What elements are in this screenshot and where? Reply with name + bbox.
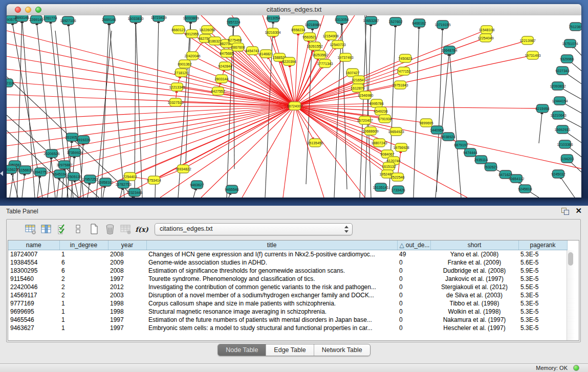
graph-edge[interactable]	[283, 106, 295, 198]
table-row[interactable]: 946362711997Embryonic stem cells: a mode…	[8, 324, 567, 332]
cell: 1	[59, 250, 108, 259]
cell: 0	[397, 324, 430, 332]
graph-edge[interactable]	[10, 170, 14, 198]
graph-node-label: 9227343	[555, 69, 569, 73]
cell: 2008	[108, 250, 146, 259]
table-row[interactable]: 1456911722003Disruption of a novel membe…	[8, 291, 567, 299]
graph-node-label: 1645194	[53, 172, 67, 176]
graph-node-label: 12540733	[330, 43, 345, 47]
tab-network-table[interactable]: Network Table	[314, 344, 370, 356]
graph-edge[interactable]	[564, 103, 581, 114]
table-scrollbar-thumb[interactable]	[568, 252, 573, 266]
table-row[interactable]: 969969511998Structural magnetic resonanc…	[8, 308, 567, 316]
graph-edge[interactable]	[571, 62, 581, 72]
tab-edge-table[interactable]: Edge Table	[266, 344, 313, 356]
graph-edge[interactable]	[101, 25, 109, 198]
graph-edge[interactable]	[193, 190, 195, 198]
graph-node-label: 9245618	[518, 187, 532, 191]
graph-node-label: 16261552	[307, 45, 322, 48]
graph-edge[interactable]	[7, 106, 295, 171]
minimize-window-button[interactable]	[25, 7, 31, 13]
select-rows-icon[interactable]	[56, 223, 69, 236]
graph-edge[interactable]	[57, 179, 59, 198]
column-header-pagerank[interactable]: pagerank	[518, 240, 567, 250]
float-panel-icon[interactable]	[561, 208, 569, 214]
column-header-name[interactable]: name	[8, 240, 59, 250]
cell: 0	[397, 316, 430, 324]
cell: 5.3E-5	[518, 275, 567, 283]
graph-node-label: 12213349	[169, 85, 185, 89]
table-scrollbar[interactable]	[567, 250, 575, 340]
graph-edge[interactable]	[196, 37, 295, 106]
delete-column-icon[interactable]	[103, 223, 117, 236]
graph-edge[interactable]	[7, 106, 295, 107]
graph-edge[interactable]	[567, 74, 581, 84]
graph-edge[interactable]	[295, 35, 298, 106]
graph-edge[interactable]	[229, 194, 230, 198]
cell: 0	[397, 283, 430, 291]
graph-edge[interactable]	[529, 191, 539, 198]
table-row[interactable]: 977716911998Corpus callosum shape and si…	[8, 299, 567, 308]
graph-edge[interactable]	[413, 28, 419, 198]
row-height-icon[interactable]	[72, 223, 85, 236]
graph-edge[interactable]	[110, 25, 124, 198]
cell: 49	[397, 250, 430, 259]
graph-edge[interactable]	[88, 184, 90, 198]
show-columns-icon[interactable]	[40, 223, 53, 236]
graph-edge[interactable]	[561, 178, 575, 198]
graph-edge[interactable]	[342, 25, 347, 189]
graph-edge[interactable]	[186, 23, 191, 164]
graph-edge[interactable]	[450, 55, 461, 198]
table-row[interactable]: 946554611997Estimation of the future num…	[8, 316, 567, 324]
graph-edge[interactable]	[7, 82, 295, 106]
graph-edge[interactable]	[135, 24, 136, 198]
column-header-in-degree[interactable]: in_degree	[59, 240, 108, 250]
graph-edge[interactable]	[69, 26, 83, 198]
network-window-titlebar[interactable]: citations_edges.txt	[7, 4, 581, 16]
graph-edge[interactable]	[22, 175, 25, 198]
column-header-year[interactable]: year	[108, 240, 146, 250]
function-builder-icon[interactable]: f(x)	[135, 223, 148, 236]
graph-edge[interactable]	[188, 106, 295, 166]
graph-node-label: 17957253	[82, 178, 98, 181]
graph-edge[interactable]	[103, 187, 104, 198]
graph-edge[interactable]	[7, 106, 295, 146]
graph-node-label: 12254049	[477, 36, 493, 40]
graph-edge[interactable]	[7, 106, 295, 120]
table-mode-icon[interactable]	[24, 223, 37, 236]
graph-edge[interactable]	[155, 23, 159, 198]
cell: Tibbo et al. (1998)	[430, 299, 518, 308]
cell: Hescheler et al. (1997)	[430, 324, 518, 332]
collapse-panel-arrow-icon[interactable]	[0, 171, 3, 176]
graph-edge[interactable]	[201, 106, 295, 198]
zoom-window-button[interactable]	[35, 7, 41, 13]
graph-edge[interactable]	[295, 32, 482, 106]
graph-edge[interactable]	[539, 114, 542, 143]
table-select-dropdown[interactable]: citations_edges.txt	[155, 223, 353, 235]
graph-edge[interactable]	[37, 177, 40, 198]
table-row[interactable]: 1872400712008Changes of HCN gene express…	[8, 250, 567, 259]
cell: Jankovic et al. (1997)	[430, 275, 518, 283]
memory-status-indicator[interactable]	[573, 365, 579, 371]
graph-node-label: 9463627	[190, 183, 204, 187]
table-row[interactable]: 1830029562008Estimation of significance …	[8, 267, 567, 275]
table-row[interactable]: 911546021997Tourette syndrome. Phenomeno…	[8, 275, 567, 283]
column-header-short[interactable]: short	[430, 240, 518, 250]
close-window-button[interactable]	[15, 7, 21, 13]
graph-edge[interactable]	[96, 31, 112, 198]
table-row[interactable]: 2242004622012Investigating the contribut…	[8, 283, 567, 291]
graph-edge[interactable]	[574, 47, 581, 56]
table-row[interactable]: 1938455462009Genome-wide association stu…	[8, 258, 567, 267]
graph-edge[interactable]	[437, 30, 443, 192]
delete-table-icon[interactable]	[119, 223, 133, 236]
graph-edge[interactable]	[135, 106, 295, 174]
graph-edge[interactable]	[48, 159, 51, 198]
column-header-out-de-[interactable]: △out_de...	[397, 240, 430, 250]
create-column-icon[interactable]	[88, 223, 101, 236]
graph-node-label: 15723419	[150, 16, 166, 19]
tab-node-table[interactable]: Node Table	[218, 344, 266, 356]
column-header-title[interactable]: title	[146, 240, 397, 250]
cell: 1998	[108, 308, 146, 316]
close-panel-icon[interactable]: ✕	[575, 206, 582, 215]
network-canvas[interactable]: 3905754869314622691401261774169271062669…	[7, 15, 581, 198]
